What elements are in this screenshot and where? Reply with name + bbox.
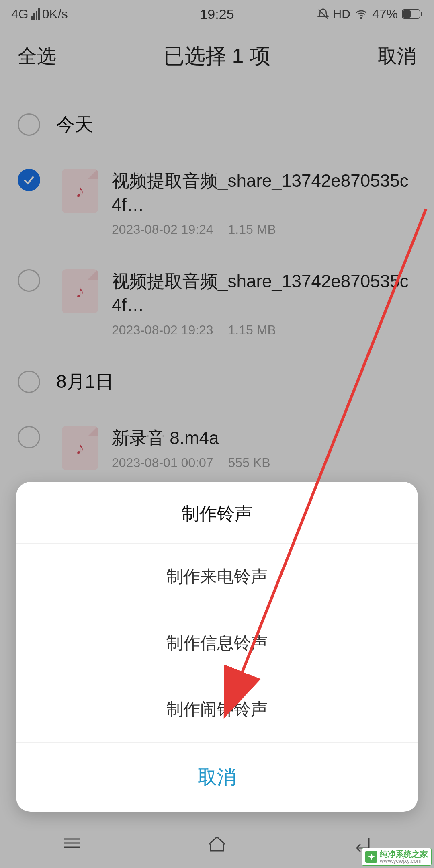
select-all-button[interactable]: 全选 <box>18 43 56 69</box>
file-name: 新录音 8.m4a <box>112 426 416 450</box>
hd-label: HD <box>333 7 350 21</box>
ringtone-sheet: 制作铃声 制作来电铃声 制作信息铃声 制作闹钟铃声 取消 <box>16 482 418 812</box>
make-message-ringtone[interactable]: 制作信息铃声 <box>16 610 418 676</box>
watermark: ✦ 纯净系统之家 www.ycwjxy.com <box>362 848 432 866</box>
file-date: 2023-08-02 19:23 <box>112 323 213 337</box>
file-date: 2023-08-02 19:24 <box>112 222 213 237</box>
music-file-icon: ♪ <box>62 169 98 213</box>
file-item[interactable]: ♪ 新录音 8.m4a 2023-08-01 00:07 555 KB <box>0 410 434 486</box>
signal-icon <box>31 8 40 20</box>
battery-percent: 47% <box>372 7 398 22</box>
svg-rect-3 <box>403 10 411 18</box>
watermark-title: 纯净系统之家 <box>380 850 428 858</box>
section-aug1[interactable]: 8月1日 <box>0 354 434 410</box>
status-bar: 4G 0K/s 19:25 HD 47% <box>0 0 434 28</box>
music-file-icon: ♪ <box>62 426 98 470</box>
wifi-icon <box>354 8 368 20</box>
status-time: 19:25 <box>200 6 234 22</box>
file-item[interactable]: ♪ 视频提取音频_share_13742e870535c4f… 2023-08-… <box>0 153 434 253</box>
sheet-title: 制作铃声 <box>16 482 418 543</box>
file-meta: 2023-08-01 00:07 555 KB <box>112 455 416 470</box>
cancel-selection-button[interactable]: 取消 <box>378 43 416 69</box>
watermark-url: www.ycwjxy.com <box>380 858 428 864</box>
status-right: HD 47% <box>317 7 423 22</box>
file-size: 1.15 MB <box>228 323 276 337</box>
section-checkbox[interactable] <box>18 371 40 393</box>
watermark-logo-icon: ✦ <box>365 851 377 863</box>
section-label: 今天 <box>56 112 93 137</box>
status-left: 4G 0K/s <box>11 7 68 22</box>
svg-rect-4 <box>421 12 422 16</box>
selection-header: 全选 已选择 1 项 取消 <box>0 28 434 84</box>
file-name: 视频提取音频_share_13742e870535c4f… <box>112 269 416 317</box>
silent-icon <box>317 8 329 20</box>
file-date: 2023-08-01 00:07 <box>112 455 213 470</box>
recent-apps-button[interactable] <box>60 834 84 854</box>
file-size: 1.15 MB <box>228 222 276 237</box>
section-label: 8月1日 <box>56 369 114 394</box>
file-checkbox[interactable] <box>18 269 40 292</box>
section-today[interactable]: 今天 <box>0 96 434 153</box>
file-checkbox[interactable] <box>18 169 40 191</box>
file-meta: 2023-08-02 19:24 1.15 MB <box>112 222 416 237</box>
svg-point-1 <box>361 18 362 19</box>
network-label: 4G <box>11 7 29 22</box>
file-name: 视频提取音频_share_13742e870535c4f… <box>112 169 416 217</box>
section-checkbox[interactable] <box>18 113 40 136</box>
selection-title: 已选择 1 项 <box>164 42 270 70</box>
network-speed: 0K/s <box>42 7 68 22</box>
sheet-cancel-button[interactable]: 取消 <box>16 742 418 812</box>
file-size: 555 KB <box>228 455 270 470</box>
battery-icon <box>402 8 423 20</box>
make-call-ringtone[interactable]: 制作来电铃声 <box>16 543 418 610</box>
file-item[interactable]: ♪ 视频提取音频_share_13742e870535c4f… 2023-08-… <box>0 253 434 354</box>
file-meta: 2023-08-02 19:23 1.15 MB <box>112 323 416 338</box>
file-checkbox[interactable] <box>18 426 40 448</box>
make-alarm-ringtone[interactable]: 制作闹钟铃声 <box>16 676 418 742</box>
file-list: 今天 ♪ 视频提取音频_share_13742e870535c4f… 2023-… <box>0 84 434 486</box>
music-file-icon: ♪ <box>62 269 98 313</box>
home-button[interactable] <box>205 833 229 855</box>
